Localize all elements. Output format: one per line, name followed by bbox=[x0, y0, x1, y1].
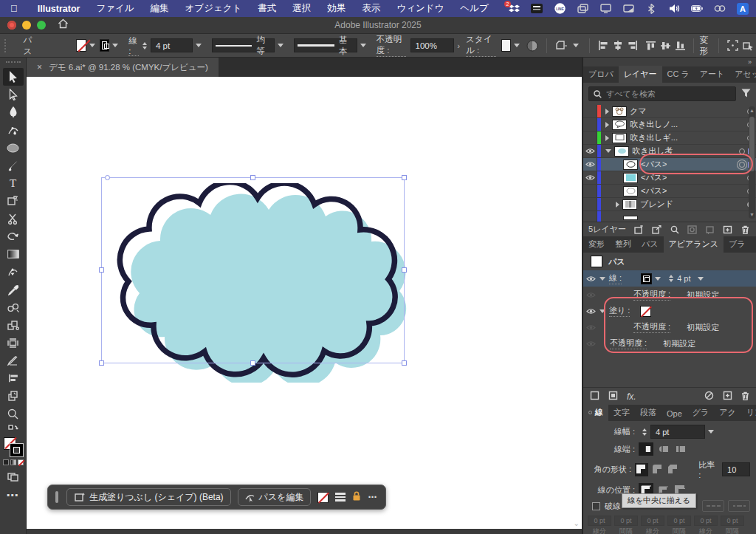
selection-handle[interactable] bbox=[402, 267, 407, 273]
link-utility-icon[interactable] bbox=[714, 3, 726, 15]
selection-handle[interactable] bbox=[105, 175, 110, 180]
transform-button[interactable]: 変形 bbox=[700, 35, 713, 57]
generative-fill-button[interactable]: 生成塗りつぶし (シェイプ) (Beta) bbox=[66, 488, 231, 506]
layer-row-path-selected[interactable]: <パス> bbox=[583, 158, 756, 171]
appearance-stroke-stepper[interactable] bbox=[669, 275, 673, 282]
visibility-cell[interactable] bbox=[583, 185, 597, 197]
appearance-fill-swatch[interactable] bbox=[640, 306, 651, 317]
opacity-expand-icon[interactable]: › bbox=[457, 41, 460, 50]
menu-window[interactable]: ウィンドウ bbox=[388, 2, 452, 15]
style-chevron-icon[interactable] bbox=[514, 44, 520, 47]
round-cap-button[interactable] bbox=[656, 442, 670, 456]
align-panel-tool[interactable] bbox=[3, 369, 24, 387]
butt-cap-button[interactable] bbox=[639, 442, 653, 456]
expand-chevron-icon[interactable] bbox=[605, 109, 609, 114]
collapse-panels-icon[interactable]: » bbox=[748, 58, 752, 66]
ellipse-tool[interactable] bbox=[3, 139, 24, 157]
tab-gradient[interactable]: グラ bbox=[687, 404, 715, 421]
gap-field[interactable]: 0 pt bbox=[667, 516, 691, 526]
layer-row-kuma[interactable]: クマ bbox=[583, 105, 756, 118]
none-button[interactable] bbox=[18, 459, 24, 465]
dash-field[interactable]: 0 pt bbox=[588, 516, 611, 526]
stroke-proxy[interactable] bbox=[10, 444, 23, 456]
gap-field[interactable]: 0 pt bbox=[721, 516, 744, 526]
curvature-tool[interactable] bbox=[3, 121, 24, 139]
layers-scrollbar-thumb[interactable] bbox=[749, 117, 755, 171]
dash-preset-1-button[interactable] bbox=[702, 500, 724, 512]
width-tool[interactable] bbox=[3, 263, 24, 281]
selection-bounding-box[interactable] bbox=[101, 177, 405, 363]
selection-handle[interactable] bbox=[99, 267, 104, 273]
add-fill-icon[interactable] bbox=[608, 391, 618, 402]
symbol-sprayer-tool[interactable] bbox=[3, 316, 24, 334]
appearance-stroke-width[interactable]: 4 pt bbox=[677, 274, 690, 283]
menu-help[interactable]: ヘルプ bbox=[452, 2, 496, 15]
expand-chevron-icon[interactable] bbox=[616, 202, 619, 208]
stroke-width-stepper[interactable] bbox=[142, 42, 147, 49]
new-sublayer-icon[interactable] bbox=[704, 224, 715, 235]
paintbrush-tool[interactable] bbox=[3, 157, 24, 174]
dash-field[interactable]: 0 pt bbox=[694, 516, 718, 526]
clear-appearance-icon[interactable] bbox=[704, 391, 714, 402]
selection-handle[interactable] bbox=[99, 360, 104, 366]
target-circle[interactable] bbox=[739, 148, 745, 154]
tab-transform[interactable]: 変形 bbox=[583, 236, 610, 253]
taskbar-drag-handle[interactable] bbox=[55, 491, 58, 503]
target-circle-targeted[interactable] bbox=[739, 162, 745, 168]
layer-thumbnail[interactable] bbox=[612, 133, 627, 143]
appearance-stroke-swatch[interactable] bbox=[641, 273, 652, 284]
make-clipping-mask-icon[interactable] bbox=[687, 224, 698, 235]
controlbar-grip[interactable] bbox=[4, 39, 7, 52]
visibility-cell[interactable] bbox=[583, 198, 597, 210]
visibility-eye-dim-icon[interactable] bbox=[583, 340, 598, 347]
align-left-icon[interactable] bbox=[598, 39, 608, 52]
release-to-layers-icon[interactable] bbox=[651, 224, 662, 235]
menu-effect[interactable]: 効果 bbox=[319, 2, 354, 15]
layer-row-fukidashi-kangae[interactable]: 吹き出し考 bbox=[583, 145, 756, 158]
weight-field[interactable]: 4 pt bbox=[650, 425, 705, 439]
color-button[interactable] bbox=[3, 459, 9, 465]
stroke-width-chevron-icon[interactable] bbox=[698, 277, 704, 281]
opacity-field[interactable]: 100% bbox=[410, 38, 455, 52]
fill-stroke-indicator[interactable] bbox=[4, 437, 23, 456]
locate-object-icon[interactable] bbox=[669, 224, 680, 235]
appearance-fill-label[interactable]: 塗り : bbox=[609, 305, 630, 317]
free-transform-tool[interactable] bbox=[3, 192, 24, 210]
canvas[interactable]: 生成塗りつぶし (シェイプ) (Beta) パスを編集 ⋯ ⌄ bbox=[27, 77, 582, 529]
visibility-eye-icon[interactable] bbox=[583, 308, 598, 315]
menu-select[interactable]: 選択 bbox=[284, 2, 319, 15]
layer-thumbnail[interactable] bbox=[623, 173, 638, 183]
visibility-eye-icon[interactable] bbox=[583, 275, 598, 282]
appearance-stroke-opacity-row[interactable]: 不透明度 : 初期設定 bbox=[583, 287, 756, 303]
visibility-cell[interactable] bbox=[583, 118, 597, 131]
style-label[interactable]: スタイル : bbox=[466, 34, 496, 57]
zoom-tool[interactable] bbox=[3, 405, 24, 422]
screen-mirroring-icon[interactable] bbox=[622, 3, 634, 15]
stroke-swatch-chevron-icon[interactable] bbox=[655, 277, 661, 281]
document-setup-icon[interactable] bbox=[526, 39, 538, 52]
delete-item-icon[interactable] bbox=[741, 391, 749, 402]
tab-cc-libraries[interactable]: CC ラ bbox=[662, 66, 695, 83]
taskbar-stroke-icon[interactable] bbox=[335, 493, 346, 502]
stroke-color-chevron-icon[interactable] bbox=[112, 44, 118, 47]
lock-icon[interactable] bbox=[352, 491, 361, 503]
toolbar-grip[interactable] bbox=[6, 61, 21, 65]
fill-color-swatch[interactable] bbox=[76, 39, 86, 52]
tab-assets[interactable]: アセッ bbox=[729, 66, 756, 83]
dropbox-icon[interactable]: 2 bbox=[508, 3, 520, 15]
dash-field[interactable]: 0 pt bbox=[641, 516, 664, 526]
type-tool[interactable]: T bbox=[3, 174, 24, 192]
tourbox-icon[interactable] bbox=[531, 3, 543, 15]
draw-mode-icon[interactable] bbox=[3, 468, 24, 486]
tab-opentype[interactable]: Ope bbox=[662, 406, 687, 421]
tab-appearance[interactable]: アピアランス bbox=[664, 236, 724, 253]
stroke-label[interactable]: 線 : bbox=[128, 35, 139, 56]
layer-row-blend[interactable]: ブレンド bbox=[583, 198, 756, 211]
appearance-stroke-label[interactable]: 線 : bbox=[609, 273, 622, 284]
tab-character[interactable]: 文字 bbox=[608, 404, 635, 421]
opacity-value[interactable]: 初期設定 bbox=[687, 322, 719, 333]
menu-view[interactable]: 表示 bbox=[354, 2, 388, 15]
tab-properties[interactable]: プロパ bbox=[583, 66, 619, 83]
canvas-scroll-chevron-icon[interactable]: ⌄ bbox=[574, 519, 580, 527]
stacked-windows-icon[interactable] bbox=[577, 3, 588, 15]
